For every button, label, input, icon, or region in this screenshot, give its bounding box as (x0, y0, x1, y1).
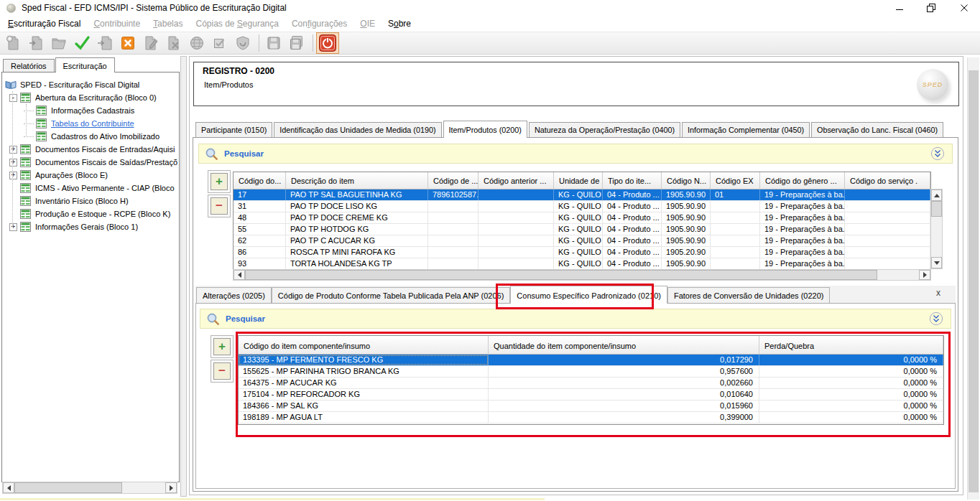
components-row-5[interactable]: 198189 - MP AGUA LT0,3990000,0000 % (239, 412, 943, 423)
window-title: Sped Fiscal - EFD ICMS/IPI - Sistema Púb… (22, 3, 287, 13)
subtab-codigo-de-produto-conforme-tabela-publicada-pela-anp-0206[interactable]: Código de Produto Conforme Tabela Public… (272, 287, 511, 303)
components-row-4[interactable]: 184366 - MP SAL KG0,0159600,0000 % (239, 401, 943, 412)
components-row-2[interactable]: 164375 - MP ACUCAR KG0,0026600,0000 % (239, 378, 943, 389)
items-col-descricao-do-item[interactable]: Descrição do item (286, 172, 428, 189)
subtab-consumo-especifico-padronizado-0210[interactable]: Consumo Específico Padronizado (0210) (510, 286, 667, 304)
collapse-chevron-icon[interactable] (929, 312, 943, 326)
scroll-down-button[interactable] (931, 257, 942, 268)
arrow-down-icon (934, 261, 940, 268)
menu-copias-de-seguranca[interactable]: Cópias de Segurança (189, 17, 285, 31)
subtab-fatores-de-conversao-de-unidades-0220[interactable]: Fatores de Conversão de Unidades (0220) (667, 287, 831, 303)
scroll-left-button[interactable] (234, 270, 245, 280)
items-col-tipo-do-ite[interactable]: Tipo do ite... (603, 172, 662, 189)
components-cell: 0,002660 (489, 378, 759, 388)
components-col-perda-quebra[interactable]: Perda/Quebra (759, 336, 943, 354)
sidebar-horizontal-scrollbar[interactable] (2, 482, 177, 494)
scroll-right-button[interactable] (919, 270, 930, 280)
items-row-5[interactable]: 86ROSCA TP MINI FAROFA KGKG - QUILO04 - … (234, 247, 930, 258)
items-row-0[interactable]: 17PAO TP SAL BAGUETINHA KG7896102587...K… (234, 189, 930, 201)
close-button[interactable] (948, 0, 980, 16)
record-tab-observacao-do-lanc-fiscal-0460[interactable]: Observação do Lanc. Fiscal (0460) (811, 122, 943, 137)
items-row-1[interactable]: 31PAO TP DOCE LISO KGKG - QUILO04 - Prod… (234, 201, 930, 212)
minimize-button[interactable] (883, 0, 915, 16)
tree-item-inventario-fisico-bloco-h[interactable]: +Inventário Físico (Bloco H) (9, 195, 129, 207)
items-col-codigo-anterior[interactable]: Código anterior ... (479, 172, 554, 189)
components-col-codigo-do-item-componente-insumo[interactable]: Código do item componente/insumo (239, 336, 489, 354)
window-vertical-scrollbar[interactable] (967, 57, 979, 500)
components-table: Código do item componente/insumoQuantida… (238, 335, 944, 425)
scroll-left-button[interactable] (3, 482, 14, 493)
items-col-codigo-do-servico[interactable]: Código do serviço . (845, 172, 930, 189)
scroll-thumb[interactable] (14, 482, 122, 493)
tree-item-label: Informações Gerais (Bloco 1) (35, 223, 138, 231)
items-add-row-button[interactable]: + (211, 173, 228, 190)
menu-escrituracao-fiscal[interactable]: Escrituração Fiscal (1, 17, 87, 31)
search-bar-components[interactable]: Pesquisar (200, 309, 951, 329)
table-icon (36, 131, 47, 141)
sidebar-tab-escrituracao[interactable]: Escrituração (55, 57, 115, 72)
record-tab-informacao-complementar-0450[interactable]: Informação Complementar (0450) (682, 122, 810, 137)
tree-item-cadastros-do-ativo-imobilizado[interactable]: Cadastros do Ativo Imobilizado (24, 130, 160, 143)
components-col-quantidade-do-item-componente-insumo[interactable]: Quantidade do item componente/insumo (489, 336, 759, 354)
items-col-codigo-do[interactable]: Código do... (234, 172, 286, 189)
exit-power-icon[interactable] (317, 33, 338, 53)
items-row-6[interactable]: 93TORTA HOLANDESA KG TPKG - QUILO04 - Pr… (234, 258, 930, 270)
search-bar-items[interactable]: Pesquisar (198, 144, 953, 164)
tree-item-icms-ativo-permanente-ciap-bloco[interactable]: +ICMS - Ativo Permanente - CIAP (Bloco (9, 182, 175, 195)
record-tab-participante-0150[interactable]: Participante (0150) (195, 122, 272, 137)
plus-expander-icon[interactable]: + (9, 223, 17, 231)
plus-expander-icon[interactable]: + (9, 146, 17, 154)
items-row-3[interactable]: 55PAO TP HOTDOG KGKG - QUILO04 - Produto… (234, 224, 930, 235)
subtab-alteracoes-0205[interactable]: Alterações (0205) (196, 287, 272, 303)
record-tab-natureza-da-operacao-prestacao-0400[interactable]: Natureza da Operação/Prestação (0400) (529, 122, 680, 137)
items-col-codigo-de[interactable]: Código de ... (428, 172, 479, 189)
scroll-thumb[interactable] (969, 70, 979, 492)
plus-expander-icon[interactable]: + (9, 159, 17, 167)
confirm-check-icon[interactable] (71, 33, 93, 53)
scroll-thumb[interactable] (931, 201, 942, 217)
items-row-4[interactable]: 62PAO TP C ACUCAR KGKG - QUILO04 - Produ… (234, 235, 930, 247)
items-cell (479, 258, 554, 269)
tree-item-abertura-da-escrituracao-bloco-0[interactable]: -Abertura da Escrituração (Bloco 0) (9, 91, 157, 104)
tree-item-documentos-fiscais-de-saidas-prestaco[interactable]: +Documentos Fiscais de Saídas/Prestaçõ (9, 156, 177, 169)
scroll-thumb[interactable] (245, 270, 877, 280)
subtabs-close-button[interactable]: x (936, 288, 940, 298)
menu-oie[interactable]: OIE (353, 17, 382, 31)
menu-sobre[interactable]: Sobre (382, 17, 417, 31)
tree-item-sped-escrituracao-fiscal-digital[interactable]: SPED - Escrituração Fiscal Digital (5, 78, 139, 91)
plus-expander-icon[interactable]: + (9, 172, 17, 179)
components-row-1[interactable]: 155625 - MP FARINHA TRIGO BRANCA KG0,957… (239, 366, 943, 378)
components-remove-row-button[interactable]: − (213, 362, 231, 380)
items-remove-row-button[interactable]: − (211, 197, 228, 215)
minus-expander-icon[interactable]: - (9, 94, 17, 102)
items-col-unidade-de[interactable]: Unidade de ... (554, 172, 603, 189)
record-tab-identificacao-das-unidades-de-medida-0190[interactable]: Identificação das Unidades de Medida (01… (274, 122, 441, 137)
menu-configuracoes[interactable]: Configurações (285, 17, 353, 31)
items-row-2[interactable]: 48PAO TP DOCE CREME KGKG - QUILO04 - Pro… (234, 212, 930, 224)
items-col-codigo-ex[interactable]: Código EX (711, 172, 760, 189)
tree-item-documentos-fiscais-de-entradas-aquisi[interactable]: +Documentos Fiscais de Entradas/Aquisi (9, 143, 175, 156)
components-row-3[interactable]: 175104 - MP REFORCADOR KG0,0106400,0000 … (239, 389, 943, 401)
menu-tabelas[interactable]: Tabelas (147, 17, 189, 31)
items-cell: 01 (711, 189, 760, 200)
components-add-row-button[interactable]: + (213, 338, 231, 355)
sidebar-tab-relatorios[interactable]: Relatórios (3, 59, 55, 72)
menu-contribuinte[interactable]: Contribuinte (87, 17, 147, 31)
items-table-horizontal-scrollbar[interactable] (233, 269, 931, 281)
scroll-up-button[interactable] (931, 189, 942, 201)
record-tab-item-produtos-0200[interactable]: Item/Produtos (0200) (443, 121, 527, 138)
tree-item-apuracoes-bloco-e[interactable]: +Apurações (Bloco E) (9, 169, 108, 182)
collapse-chevron-icon[interactable] (930, 146, 945, 161)
items-col-codigo-do-genero[interactable]: Código do gênero ... (760, 172, 845, 189)
tree-item-informacoes-cadastrais[interactable]: Informações Cadastrais (24, 104, 134, 117)
tree-item-informacoes-gerais-bloco-1[interactable]: +Informações Gerais (Bloco 1) (9, 220, 138, 233)
components-row-0[interactable]: 133395 - MP FERMENTO FRESCO KG0,0172900,… (239, 355, 943, 366)
items-table-vertical-scrollbar[interactable] (930, 189, 943, 269)
panel-splitter[interactable] (180, 56, 187, 497)
items-col-codigo-n[interactable]: Código N... (662, 172, 711, 189)
scroll-right-button[interactable] (165, 482, 177, 493)
tree-item-tabelas-do-contribuinte[interactable]: Tabelas do Contribuinte (24, 117, 134, 130)
restore-button[interactable] (915, 0, 948, 16)
tree-item-producao-e-estoque-rcpe-bloco-k[interactable]: +Produção e Estoque - RCPE (Bloco K) (9, 207, 170, 220)
delete-record-icon[interactable] (117, 33, 139, 53)
